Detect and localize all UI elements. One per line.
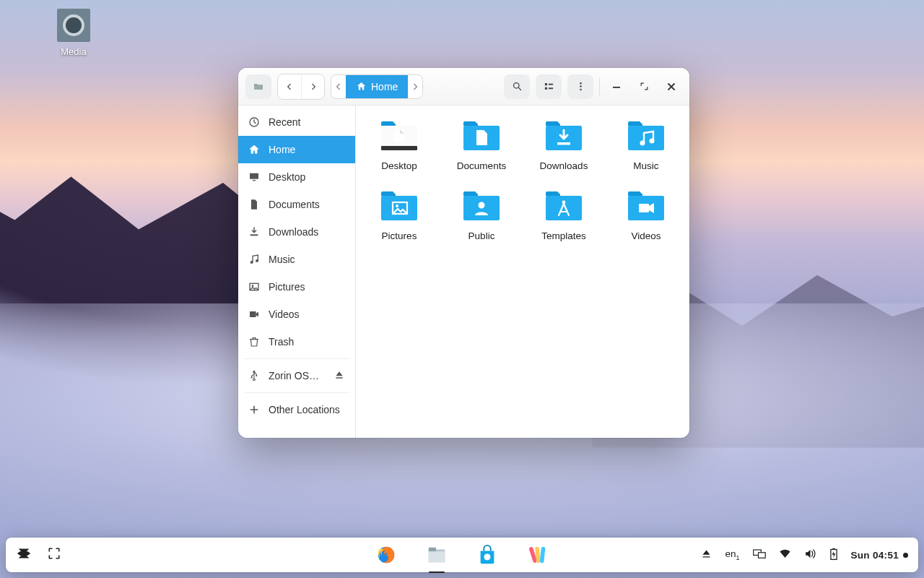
eject-tray-button[interactable] (701, 548, 712, 561)
chevron-right-icon (412, 83, 418, 90)
sidebar-item-desktop[interactable]: Desktop (238, 163, 355, 191)
sidebar-item-trash[interactable]: Trash (238, 328, 355, 355)
workspaces-button[interactable] (48, 547, 61, 563)
svg-point-5 (580, 82, 582, 85)
svg-point-33 (479, 202, 485, 209)
back-button[interactable] (278, 74, 301, 99)
maximize-button[interactable] (633, 74, 655, 99)
download-icon (248, 226, 260, 238)
svg-rect-34 (546, 196, 582, 220)
breadcrumb-home-label: Home (371, 81, 398, 92)
view-toggle-button[interactable] (536, 74, 562, 99)
folder-label: Pictures (382, 230, 417, 241)
sidebar-item-label: Zorin OS… (269, 370, 319, 381)
trash-icon (248, 336, 260, 348)
svg-rect-3 (548, 84, 552, 85)
search-button[interactable] (504, 74, 530, 99)
svg-rect-26 (628, 126, 664, 150)
maximize-icon (640, 82, 649, 91)
sidebar-item-music[interactable]: Music (238, 246, 355, 273)
svg-point-14 (256, 259, 258, 262)
sidebar-item-other-locations[interactable]: Other Locations (238, 396, 355, 423)
svg-rect-40 (429, 548, 436, 552)
sidebar-item-label: Other Locations (269, 404, 340, 415)
battery-indicator[interactable] (829, 548, 838, 563)
sidebar-item-label: Recent (269, 116, 300, 128)
eject-button[interactable] (334, 369, 345, 383)
desktop-icon-media[interactable]: Media (45, 9, 103, 57)
folder-icon (544, 118, 583, 155)
zorin-logo-icon (16, 545, 32, 561)
folder-label: Templates (541, 230, 586, 241)
sidebar-item-downloads[interactable]: Downloads (238, 218, 355, 246)
folder-music[interactable]: Music (610, 118, 682, 171)
folder-icon (380, 189, 419, 225)
minimize-button[interactable] (606, 74, 627, 99)
file-manager-window: Home (238, 68, 689, 438)
plus-icon (248, 404, 260, 415)
forward-button[interactable] (301, 74, 324, 99)
notification-dot-icon (903, 553, 908, 558)
wifi-indicator[interactable] (779, 549, 791, 561)
display-indicator[interactable] (753, 549, 766, 561)
folder-desktop[interactable]: Desktop (363, 118, 435, 171)
svg-rect-4 (548, 87, 552, 89)
breadcrumb-home[interactable]: Home (346, 75, 408, 98)
content-area[interactable]: DesktopDocumentsDownloadsMusicPicturesPu… (356, 105, 689, 438)
list-view-icon (544, 81, 554, 92)
sidebar-separator (244, 392, 349, 393)
start-button[interactable] (16, 545, 32, 564)
sidebar-item-pictures[interactable]: Pictures (238, 273, 355, 301)
sidebar-item-label: Desktop (269, 171, 305, 183)
sidebar-item-zorin-os-[interactable]: Zorin OS… (238, 362, 355, 389)
taskbar-app-firefox[interactable] (374, 543, 398, 567)
folder-documents[interactable]: Documents (445, 118, 518, 171)
folder-label: Documents (457, 160, 506, 171)
arrow-right-icon (308, 82, 318, 92)
menu-button[interactable] (567, 74, 593, 99)
volume-indicator[interactable] (804, 548, 816, 561)
window-body: RecentHomeDesktopDocumentsDownloadsMusic… (238, 105, 689, 438)
svg-point-27 (640, 141, 645, 146)
folder-templates[interactable]: Templates (528, 189, 600, 241)
shopping-bag-icon (476, 544, 498, 566)
nav-buttons (277, 74, 325, 100)
sidebar-item-label: Music (269, 254, 295, 265)
sidebar-item-documents[interactable]: Documents (238, 191, 355, 218)
svg-rect-17 (250, 311, 256, 317)
sidebar: RecentHomeDesktopDocumentsDownloadsMusic… (238, 105, 356, 438)
taskbar-app-files[interactable] (424, 543, 449, 567)
sidebar-item-videos[interactable]: Videos (238, 301, 355, 328)
svg-point-19 (256, 375, 257, 376)
breadcrumb-next[interactable] (408, 75, 422, 98)
svg-point-16 (252, 285, 254, 287)
clock[interactable]: Sun 04:51 (851, 550, 908, 561)
firefox-icon (375, 544, 397, 566)
svg-point-6 (580, 85, 582, 87)
video-icon (248, 309, 260, 320)
desktop-icon (248, 171, 260, 183)
sidebar-item-recent[interactable]: Recent (238, 108, 355, 136)
taskbar-app-appearance[interactable] (526, 543, 550, 567)
sidebar-item-label: Documents (269, 199, 320, 210)
breadcrumb-prev[interactable] (331, 75, 346, 98)
svg-point-28 (650, 139, 655, 144)
svg-rect-12 (250, 234, 258, 236)
folder-app-icon (253, 81, 264, 92)
svg-rect-21 (381, 146, 417, 150)
titlebar[interactable]: Home (238, 68, 689, 105)
folder-pictures[interactable]: Pictures (363, 189, 435, 241)
language-code: en (725, 548, 736, 559)
sidebar-item-home[interactable]: Home (238, 136, 355, 163)
folder-videos[interactable]: Videos (610, 189, 682, 241)
taskbar-app-store[interactable] (475, 543, 500, 567)
breadcrumb[interactable]: Home (331, 74, 423, 99)
screens-icon (753, 549, 766, 559)
folder-downloads[interactable]: Downloads (528, 118, 600, 171)
clock-icon (248, 116, 260, 128)
input-language-indicator[interactable]: en1 (725, 548, 739, 561)
filemanager-icon[interactable] (245, 74, 271, 99)
close-button[interactable] (661, 74, 682, 99)
folder-public[interactable]: Public (445, 189, 518, 241)
files-icon (426, 544, 448, 566)
